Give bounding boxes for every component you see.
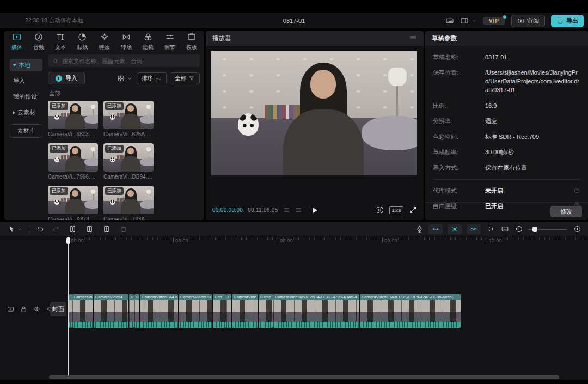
media-sidebar: 本地导入我的预设云素材素材库 xyxy=(4,52,47,220)
layout-mode-icon[interactable] xyxy=(460,16,469,25)
tab-sticker[interactable]: 贴纸 xyxy=(77,32,88,51)
tab-media[interactable]: 媒体 xyxy=(11,32,22,51)
tab-filter[interactable]: 滤镜 xyxy=(143,32,154,51)
record-voice-icon[interactable] xyxy=(415,225,424,233)
trim-right-icon[interactable] xyxy=(102,225,111,233)
sort-button[interactable]: 排序 xyxy=(137,72,167,84)
split-icon[interactable] xyxy=(69,225,77,233)
export-button[interactable]: 导出 xyxy=(551,15,584,27)
video-scene xyxy=(211,51,417,175)
zoom-out-icon[interactable] xyxy=(515,225,523,233)
media-thumbnail[interactable]: 已添加 xyxy=(48,186,98,214)
timeline-clip[interactable]: Came xyxy=(259,294,273,328)
added-badge: 已添加 xyxy=(105,187,124,195)
info-icon[interactable] xyxy=(573,187,580,194)
timeline-view-icon[interactable] xyxy=(501,225,509,233)
undo-icon[interactable] xyxy=(36,225,45,233)
media-thumbnail[interactable]: 已添加 xyxy=(48,101,98,129)
preview-quality-icon[interactable] xyxy=(283,206,290,214)
tab-audio[interactable]: 音频 xyxy=(33,32,44,51)
shortcut-keyboard-icon[interactable] xyxy=(445,16,454,25)
media-card[interactable]: 已添加CameraVi...6803.mov xyxy=(48,101,98,137)
tab-text[interactable]: 文本 xyxy=(55,32,66,51)
timeline-clip[interactable]: C xyxy=(129,294,134,328)
timeline-clip[interactable]: C xyxy=(134,294,139,328)
timeline-clip[interactable]: CameraVideoEA47D xyxy=(140,294,178,328)
track-lock-icon[interactable] xyxy=(20,305,28,313)
media-thumbnail[interactable]: 已添加 xyxy=(48,143,98,172)
ruler-tick xyxy=(476,237,477,240)
tab-adjust[interactable]: 调节 xyxy=(164,32,175,51)
redo-icon[interactable] xyxy=(52,225,60,233)
sidebar-item-cloud[interactable]: 云素材 xyxy=(10,106,42,119)
cursor-tool-icon[interactable] xyxy=(8,225,16,233)
media-card[interactable]: 已添加CameraVi...625A.mov xyxy=(103,101,154,137)
player-menu-icon[interactable] xyxy=(409,34,417,42)
media-thumbnail[interactable]: 已添加 xyxy=(103,143,154,172)
main-track-magnet-toggle[interactable] xyxy=(428,224,443,234)
param-label: 草稿名称: xyxy=(433,53,485,62)
sidebar-item-label: 导入 xyxy=(13,77,25,85)
media-thumbnail[interactable]: 已添加 xyxy=(103,186,154,214)
timeline-clip[interactable]: CameraVi xyxy=(72,294,93,328)
timeline-clip[interactable]: CameraVide xyxy=(232,294,258,328)
ruler-tick xyxy=(147,237,148,240)
ruler-tick xyxy=(529,237,529,240)
zoom-in-icon[interactable] xyxy=(573,225,581,233)
param-row: 草稿帧率:30.00帧/秒 xyxy=(433,148,580,157)
timeline-clip[interactable]: Can xyxy=(213,294,226,328)
sidebar-item-presets[interactable]: 我的预设 xyxy=(10,90,42,103)
ruler-tick xyxy=(157,237,158,240)
timeline-clip[interactable]: CameraVideo86BF26C4-DE4E-4708-A3A6-4 xyxy=(273,294,359,328)
ruler-tick xyxy=(414,237,414,240)
import-button[interactable]: 导入 xyxy=(48,72,85,84)
track-media-icon[interactable] xyxy=(7,305,15,313)
timeline-clip[interactable]: CameraVideoE140EEDF-CDF9-42AF-8EB6-6055F xyxy=(360,294,461,328)
tab-template[interactable]: 模板 xyxy=(186,32,197,51)
frame-focus-icon[interactable] xyxy=(376,206,384,214)
timeline-clip[interactable]: CameraVideo4 xyxy=(94,294,128,328)
track-visibility-icon[interactable] xyxy=(33,305,41,313)
zoom-slider[interactable] xyxy=(528,229,567,230)
media-card[interactable]: 已添加CameraVi...A874.mov xyxy=(48,186,98,220)
horizontal-scrollbar[interactable] xyxy=(49,375,559,379)
export-icon xyxy=(556,17,564,25)
fullscreen-icon[interactable] xyxy=(409,206,417,214)
video-preview[interactable] xyxy=(211,51,417,175)
aspect-ratio-button[interactable]: 16:9 xyxy=(389,206,403,214)
review-button[interactable]: 审阅 xyxy=(511,15,545,27)
trim-left-icon[interactable] xyxy=(85,225,94,233)
tab-effect[interactable]: 特效 xyxy=(99,32,110,51)
timeline-clip[interactable]: CameraVideoC8C3 xyxy=(179,294,212,328)
search-input[interactable] xyxy=(62,58,195,64)
auto-snap-toggle[interactable] xyxy=(448,224,462,234)
tab-transition[interactable]: 转场 xyxy=(121,32,132,51)
delete-icon[interactable] xyxy=(119,225,127,233)
ruler-tick xyxy=(84,237,85,240)
layout-chevron-icon[interactable] xyxy=(471,18,477,23)
preview-rows-icon[interactable] xyxy=(295,206,302,214)
vip-badge[interactable]: VIP xyxy=(483,17,505,25)
media-card[interactable]: 已添加CameraVi...743A.mov xyxy=(103,186,154,220)
sidebar-item-library[interactable]: 素材库 xyxy=(10,124,42,138)
playhead-line[interactable] xyxy=(68,237,69,375)
modify-button[interactable]: 修改 xyxy=(550,206,582,217)
timeline-clip[interactable]: C xyxy=(226,294,231,328)
playhead-handle[interactable] xyxy=(66,237,70,244)
linkage-toggle[interactable] xyxy=(467,224,481,234)
media-card[interactable]: 已添加CameraVi...7966.mov xyxy=(48,143,98,180)
timeline-clip[interactable] xyxy=(69,294,72,328)
cover-button[interactable]: 封面 xyxy=(50,302,66,316)
view-mode-selector[interactable] xyxy=(117,75,133,82)
sidebar-item-import[interactable]: 导入 xyxy=(10,75,42,87)
sidebar-item-local[interactable]: 本地 xyxy=(10,59,42,71)
play-button[interactable] xyxy=(310,205,320,215)
timeline-ruler[interactable]: 00:0003:0006:0009:0012:00 xyxy=(0,237,588,246)
media-card[interactable]: 已添加CameraVi...DB94.mov xyxy=(103,143,154,180)
zoom-slider-handle[interactable] xyxy=(532,227,537,232)
timeline-toolbar xyxy=(0,222,588,236)
preview-axis-icon[interactable] xyxy=(487,225,495,233)
cursor-chevron-icon[interactable] xyxy=(17,227,22,232)
media-thumbnail[interactable]: 已添加 xyxy=(103,101,154,129)
filter-button[interactable]: 全部 xyxy=(170,72,200,84)
